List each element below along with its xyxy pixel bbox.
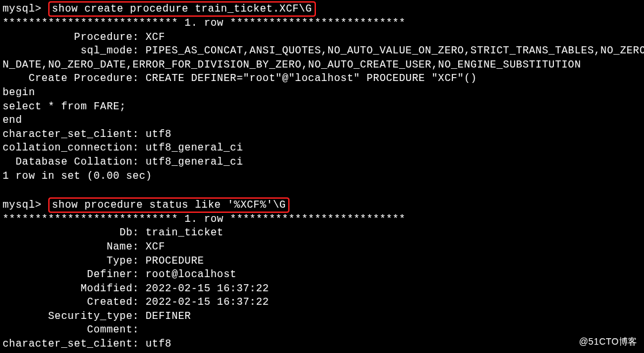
charset-client-value: utf8 bbox=[139, 338, 172, 350]
created-line: Created: 2022-02-15 16:37:22 bbox=[3, 296, 641, 310]
blank-line bbox=[3, 183, 641, 197]
proc-body-end: end bbox=[3, 114, 641, 128]
db-label: Db: bbox=[3, 227, 139, 239]
charset-client-line-2: character_set_client: utf8 bbox=[3, 338, 641, 352]
mysql-prompt: mysql> bbox=[3, 3, 42, 15]
rows-in-set-line: 1 row in set (0.00 sec) bbox=[3, 170, 641, 184]
prompt-line-2[interactable]: mysql> show procedure status like '%XCF%… bbox=[3, 197, 641, 213]
charset-client-line-1: character_set_client: utf8 bbox=[3, 128, 641, 142]
procedure-value: XCF bbox=[139, 32, 165, 43]
type-label: Type: bbox=[3, 255, 139, 267]
collation-connection-value: utf8_general_ci bbox=[139, 142, 243, 154]
sql-mode-line-b: N_DATE,NO_ZERO_DATE,ERROR_FOR_DIVISION_B… bbox=[3, 59, 641, 73]
definer-line: Definer: root@localhost bbox=[3, 268, 641, 282]
row-separator-2: *************************** 1. row *****… bbox=[3, 213, 641, 227]
comment-line: Comment: bbox=[3, 323, 641, 338]
definer-value: root@localhost bbox=[139, 269, 237, 280]
type-line: Type: PROCEDURE bbox=[3, 255, 641, 269]
type-value: PROCEDURE bbox=[139, 255, 204, 267]
procedure-label: Procedure: bbox=[3, 32, 139, 43]
sql-mode-value-a: PIPES_AS_CONCAT,ANSI_QUOTES,NO_AUTO_VALU… bbox=[139, 45, 644, 57]
charset-client-label: character_set_client: bbox=[3, 338, 139, 350]
security-type-value: DEFINER bbox=[139, 311, 191, 322]
collation-connection-line: collation_connection: utf8_general_ci bbox=[3, 141, 641, 156]
highlighted-command-2: show procedure status like '%XCF%'\G bbox=[48, 197, 290, 213]
highlighted-command-1: show create procedure train_ticket.XCF\G bbox=[48, 1, 316, 17]
database-collation-label: Database Collation: bbox=[3, 156, 139, 168]
db-value: train_ticket bbox=[139, 227, 223, 239]
database-collation-line: Database Collation: utf8_general_ci bbox=[3, 156, 641, 170]
created-value: 2022-02-15 16:37:22 bbox=[139, 296, 269, 308]
charset-client-label: character_set_client: bbox=[3, 129, 139, 140]
watermark: @51CTO博客 bbox=[579, 336, 638, 348]
db-line: Db: train_ticket bbox=[3, 226, 641, 240]
sql-mode-line-a: sql_mode: PIPES_AS_CONCAT,ANSI_QUOTES,NO… bbox=[3, 44, 641, 59]
create-procedure-value: CREATE DEFINER="root"@"localhost" PROCED… bbox=[139, 73, 477, 84]
created-label: Created: bbox=[3, 296, 139, 308]
modified-line: Modified: 2022-02-15 16:37:22 bbox=[3, 282, 641, 296]
definer-label: Definer: bbox=[3, 269, 139, 280]
procedure-line: Procedure: XCF bbox=[3, 31, 641, 45]
proc-body-select: select * from FARE; bbox=[3, 100, 641, 114]
charset-client-value: utf8 bbox=[139, 129, 172, 140]
security-type-line: Security_type: DEFINER bbox=[3, 310, 641, 324]
collation-connection-label: collation_connection: bbox=[3, 142, 139, 154]
security-type-label: Security_type: bbox=[3, 311, 139, 322]
row-separator-1: *************************** 1. row *****… bbox=[3, 17, 641, 31]
create-procedure-line: Create Procedure: CREATE DEFINER="root"@… bbox=[3, 72, 641, 86]
mysql-prompt: mysql> bbox=[3, 199, 42, 211]
comment-label: Comment: bbox=[3, 324, 139, 336]
prompt-line-1[interactable]: mysql> show create procedure train_ticke… bbox=[3, 1, 641, 17]
sql-mode-label: sql_mode: bbox=[3, 45, 139, 57]
create-procedure-label: Create Procedure: bbox=[3, 73, 139, 84]
name-line: Name: XCF bbox=[3, 240, 641, 255]
database-collation-value: utf8_general_ci bbox=[139, 156, 243, 168]
modified-value: 2022-02-15 16:37:22 bbox=[139, 283, 269, 294]
name-label: Name: bbox=[3, 241, 139, 253]
proc-body-begin: begin bbox=[3, 86, 641, 100]
name-value: XCF bbox=[139, 241, 165, 253]
modified-label: Modified: bbox=[3, 283, 139, 294]
